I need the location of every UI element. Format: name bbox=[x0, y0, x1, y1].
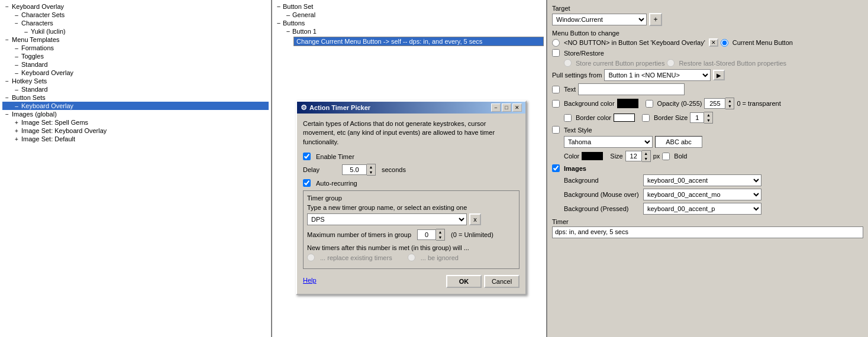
ignore-label: ... be ignored bbox=[421, 254, 459, 261]
tree-item-keyboard-overlay-btn[interactable]: – Keyboard Overlay bbox=[2, 102, 269, 110]
font-dropdown[interactable]: Tahoma bbox=[564, 136, 653, 148]
border-size-down[interactable]: ▼ bbox=[704, 118, 712, 123]
images-checkbox[interactable] bbox=[552, 164, 560, 172]
group-input-row: DPS x bbox=[307, 213, 515, 225]
tree-item-images-global[interactable]: − Images (global) bbox=[2, 110, 269, 118]
mid-tree-label: Button 1 bbox=[292, 28, 317, 35]
tree-item-menu-templates[interactable]: − Menu Templates bbox=[2, 35, 269, 44]
border-size-up[interactable]: ▲ bbox=[704, 112, 712, 118]
tree-label: Keyboard Overlay bbox=[21, 102, 73, 109]
tree-item-image-default[interactable]: + Image Set: Default bbox=[2, 135, 269, 143]
tree-item-hotkey-sets[interactable]: − Hotkey Sets bbox=[2, 77, 269, 85]
bg-pressed-row: Background (Pressed) keyboard_00_accent_… bbox=[552, 203, 863, 215]
px-label: px bbox=[653, 153, 660, 160]
close-button[interactable]: ✕ bbox=[512, 103, 522, 112]
border-color-checkbox[interactable] bbox=[564, 114, 572, 122]
font-size-up[interactable]: ▲ bbox=[642, 151, 650, 156]
no-button-x[interactable]: ✕ bbox=[709, 38, 718, 47]
delay-spinner: ▲ ▼ bbox=[342, 164, 376, 176]
delay-label: Delay bbox=[303, 166, 338, 173]
text-checkbox[interactable] bbox=[552, 86, 560, 93]
auto-recurring-checkbox[interactable] bbox=[303, 179, 311, 187]
store-restore-checkbox[interactable] bbox=[552, 49, 560, 57]
tree-label: Characters bbox=[21, 20, 53, 27]
plus-icon: + bbox=[12, 128, 21, 134]
delay-up[interactable]: ▲ bbox=[367, 164, 375, 170]
radio-replace[interactable] bbox=[307, 254, 315, 261]
tree-item-standard[interactable]: – Standard bbox=[2, 60, 269, 69]
tree-item-button-sets[interactable]: − Button Sets bbox=[2, 93, 269, 102]
tree-item-formations[interactable]: – Formations bbox=[2, 44, 269, 52]
timer-group-clear[interactable]: x bbox=[469, 213, 481, 225]
text-input[interactable] bbox=[578, 83, 685, 95]
bg-mo-dropdown[interactable]: keyboard_00_accent_mo bbox=[643, 189, 761, 200]
pull-arrow-button[interactable]: ▶ bbox=[713, 70, 725, 80]
border-color-swatch[interactable] bbox=[614, 114, 635, 122]
timer-group-dropdown[interactable]: DPS bbox=[307, 213, 467, 225]
tree-item-toggles[interactable]: – Toggles bbox=[2, 52, 269, 60]
opacity-up[interactable]: ▲ bbox=[725, 98, 734, 103]
bold-checkbox[interactable] bbox=[662, 153, 670, 160]
font-size-down[interactable]: ▼ bbox=[642, 156, 650, 161]
replace-row: ... replace existing timers ... be ignor… bbox=[307, 254, 515, 261]
opacity-checkbox[interactable] bbox=[646, 100, 653, 108]
pull-settings-dropdown[interactable]: Button 1 in <NO MENU> bbox=[604, 69, 711, 81]
tree-item-keyboard-overlay[interactable]: − Keyboard Overlay bbox=[2, 2, 269, 11]
opacity-note: 0 = transparent bbox=[737, 100, 780, 107]
max-timers-up[interactable]: ▲ bbox=[436, 229, 444, 235]
radio-store[interactable] bbox=[564, 59, 572, 67]
tree-label: Toggles bbox=[21, 53, 44, 60]
add-target-button[interactable]: + bbox=[649, 13, 662, 26]
action-item[interactable]: Change Current Menu Button -> self -- dp… bbox=[293, 37, 544, 46]
mid-tree-buttons[interactable]: − Buttons bbox=[275, 19, 544, 27]
store-btn-label: Store current Button properties bbox=[576, 60, 664, 67]
mid-tree-button-set[interactable]: − Button Set bbox=[275, 2, 544, 11]
font-row: Tahoma ABC abc bbox=[552, 136, 863, 148]
bg-img-dropdown[interactable]: keyboard_00_accent bbox=[643, 174, 761, 186]
radio-ignore[interactable] bbox=[408, 254, 415, 261]
cancel-button[interactable]: Cancel bbox=[484, 275, 519, 288]
tree-item-characters[interactable]: − Characters bbox=[2, 19, 269, 27]
tree-item-image-keyboard-overlay[interactable]: + Image Set: Keyboard Overlay bbox=[2, 127, 269, 135]
minimize-button[interactable]: − bbox=[491, 103, 501, 112]
font-preview: ABC abc bbox=[655, 136, 702, 148]
tree-label: Keyboard Overlay bbox=[12, 3, 64, 10]
radio-restore[interactable] bbox=[667, 59, 675, 67]
target-dropdown[interactable]: Window:Current bbox=[552, 14, 647, 25]
bg-color-checkbox[interactable] bbox=[552, 100, 560, 108]
opacity-input[interactable] bbox=[704, 98, 725, 109]
max-timers-down[interactable]: ▼ bbox=[436, 235, 444, 240]
tree-item-standard-hotkey[interactable]: – Standard bbox=[2, 85, 269, 93]
target-section: Target Window:Current + bbox=[552, 5, 863, 26]
font-size-input[interactable] bbox=[625, 151, 642, 161]
radio-no-button[interactable] bbox=[552, 39, 560, 47]
max-timers-input[interactable] bbox=[417, 229, 436, 240]
delay-input[interactable] bbox=[342, 164, 367, 175]
tree-item-character-sets[interactable]: – Character Sets bbox=[2, 11, 269, 19]
new-timers-label: New timers after this number is met (in … bbox=[307, 244, 515, 251]
border-size-checkbox[interactable] bbox=[642, 114, 650, 122]
font-color-swatch[interactable] bbox=[582, 152, 603, 160]
mid-tree-general[interactable]: – General bbox=[275, 11, 544, 19]
dash-icon: – bbox=[12, 53, 21, 60]
opacity-down[interactable]: ▼ bbox=[725, 103, 734, 109]
help-link[interactable]: Help bbox=[303, 277, 317, 284]
tree-item-image-spell-gems[interactable]: + Image Set: Spell Gems bbox=[2, 118, 269, 127]
radio-current-button[interactable] bbox=[721, 39, 728, 47]
enable-timer-checkbox[interactable] bbox=[303, 153, 311, 160]
maximize-button[interactable]: □ bbox=[502, 103, 511, 112]
bg-color-swatch[interactable] bbox=[617, 99, 638, 108]
bg-pressed-dropdown[interactable]: keyboard_00_accent_p bbox=[643, 203, 761, 215]
tree-item-yukil[interactable]: – Yukil (luclin) bbox=[2, 27, 269, 35]
tree-label: Standard bbox=[21, 61, 48, 68]
text-row: Text bbox=[552, 83, 863, 95]
delay-down[interactable]: ▼ bbox=[367, 170, 375, 175]
ok-button[interactable]: OK bbox=[446, 275, 482, 288]
bg-mo-label: Background (Mouse over) bbox=[564, 191, 641, 198]
mid-tree-button1[interactable]: − Button 1 bbox=[275, 27, 544, 35]
border-size-input[interactable] bbox=[690, 112, 704, 123]
tree-label: Keyboard Overlay bbox=[21, 69, 73, 76]
dash-icon: – bbox=[21, 28, 31, 35]
text-style-checkbox[interactable] bbox=[552, 126, 560, 134]
tree-item-keyboard-overlay-menu[interactable]: – Keyboard Overlay bbox=[2, 69, 269, 77]
